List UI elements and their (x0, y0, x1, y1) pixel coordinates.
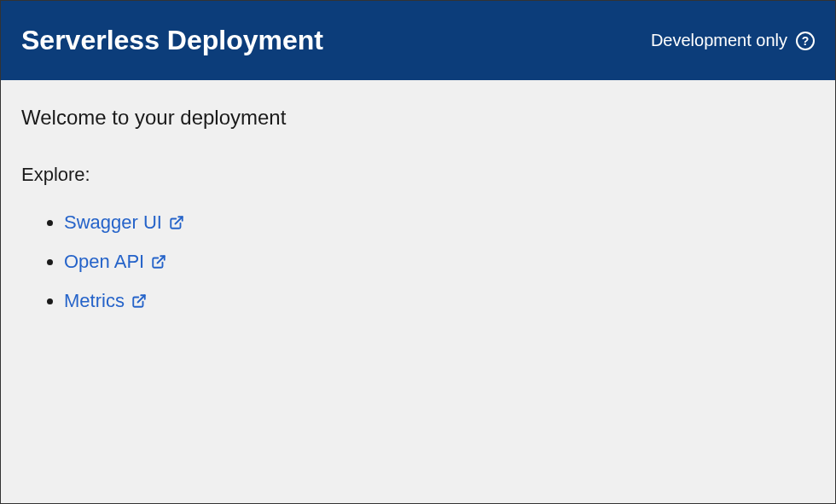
svg-line-2 (137, 295, 144, 302)
open-api-link[interactable]: Open API (64, 251, 166, 273)
page-title: Serverless Deployment (21, 25, 323, 56)
link-label: Open API (64, 251, 144, 273)
explore-links-list: Swagger UI Open API (21, 211, 815, 312)
svg-line-0 (175, 217, 182, 223)
metrics-link[interactable]: Metrics (64, 290, 147, 312)
main-content: Welcome to your deployment Explore: Swag… (1, 80, 835, 355)
list-item: Metrics (64, 290, 815, 312)
environment-badge: Development only (651, 31, 787, 50)
list-item: Swagger UI (64, 211, 815, 234)
list-item: Open API (64, 251, 815, 273)
explore-label: Explore: (21, 164, 815, 186)
help-icon[interactable]: ? (796, 32, 815, 50)
link-label: Metrics (64, 290, 125, 312)
header-right: Development only ? (651, 31, 815, 50)
external-link-icon (151, 254, 166, 269)
welcome-message: Welcome to your deployment (21, 106, 815, 130)
swagger-ui-link[interactable]: Swagger UI (64, 211, 184, 234)
svg-line-1 (158, 256, 165, 263)
external-link-icon (131, 293, 147, 309)
page-header: Serverless Deployment Development only ? (1, 1, 835, 80)
link-label: Swagger UI (64, 211, 162, 234)
external-link-icon (169, 215, 184, 230)
